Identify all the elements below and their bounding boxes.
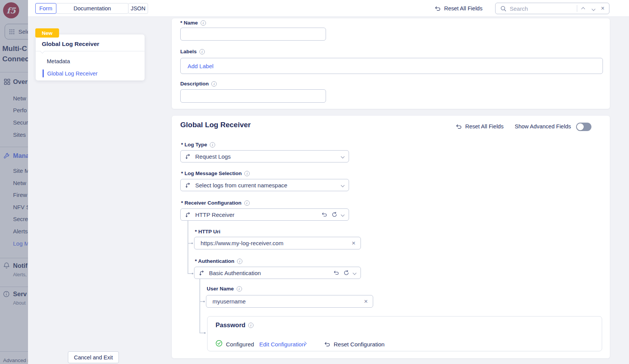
search-bar: × bbox=[495, 3, 609, 14]
info-icon[interactable] bbox=[244, 200, 250, 206]
http-uri-label-text: * HTTP Uri bbox=[195, 229, 221, 234]
tree-connector-dot bbox=[203, 301, 205, 302]
name-input[interactable] bbox=[180, 28, 326, 41]
reset-configuration-button[interactable]: Reset Configuration bbox=[324, 341, 385, 348]
password-label: Password bbox=[216, 321, 254, 329]
clear-field-icon[interactable]: × bbox=[364, 298, 368, 305]
show-advanced-fields-label: Show Advanced Fields bbox=[515, 123, 571, 130]
chevron-down-icon bbox=[341, 154, 345, 158]
labels-field-label: Labels bbox=[180, 49, 205, 54]
wizard-step-global-log-receiver[interactable]: Global Log Receiver bbox=[47, 71, 97, 77]
tree-connector-dot bbox=[191, 243, 193, 244]
wizard-title: Global Log Receiver bbox=[42, 41, 99, 48]
branch-select-icon bbox=[185, 154, 191, 159]
tree-connector-line bbox=[199, 279, 200, 333]
clear-field-icon[interactable]: × bbox=[352, 240, 356, 246]
undo-icon[interactable] bbox=[333, 270, 339, 275]
tab-json[interactable]: JSON bbox=[128, 3, 148, 14]
cancel-and-exit-label: Cancel and Exit bbox=[74, 354, 113, 361]
log-type-label: * Log Type bbox=[181, 142, 215, 148]
log-message-selection-select[interactable]: Select logs from current namespace bbox=[180, 179, 349, 191]
branch-select-icon bbox=[185, 182, 191, 188]
reset-all-fields-label: Reset All Fields bbox=[444, 5, 482, 11]
log-message-selection-label: * Log Message Selection bbox=[181, 171, 250, 176]
receiver-configuration-select[interactable]: HTTP Receiver bbox=[180, 208, 349, 221]
info-icon[interactable] bbox=[237, 259, 242, 264]
info-icon[interactable] bbox=[237, 286, 242, 292]
configured-check-icon bbox=[216, 340, 222, 347]
search-prev-button[interactable] bbox=[577, 5, 588, 12]
tree-connector-line bbox=[188, 221, 188, 274]
reset-configuration-label: Reset Configuration bbox=[334, 341, 385, 348]
branch-select-icon bbox=[185, 212, 191, 218]
chevron-down-icon bbox=[341, 213, 345, 216]
description-label-text: Description bbox=[180, 81, 209, 87]
tree-connector-dot bbox=[192, 273, 193, 274]
info-icon[interactable] bbox=[201, 20, 206, 26]
refresh-icon[interactable] bbox=[344, 270, 349, 275]
cancel-and-exit-button[interactable]: Cancel and Exit bbox=[68, 351, 119, 363]
log-type-label-text: * Log Type bbox=[181, 142, 207, 148]
add-label-button[interactable]: Add Label bbox=[188, 63, 214, 69]
receiver-configuration-label: * Receiver Configuration bbox=[181, 200, 250, 206]
undo-icon[interactable] bbox=[321, 212, 328, 217]
search-input[interactable] bbox=[510, 5, 577, 12]
reset-all-fields-button-section[interactable]: Reset All Fields bbox=[456, 123, 504, 130]
log-message-selection-label-text: * Log Message Selection bbox=[181, 171, 242, 176]
refresh-icon[interactable] bbox=[332, 212, 337, 217]
undo-icon bbox=[435, 6, 441, 11]
section-title: Global Log Receiver bbox=[180, 121, 251, 129]
chevron-down-icon bbox=[341, 183, 345, 187]
labels-box: Add Label bbox=[180, 58, 603, 74]
toggle-knob bbox=[577, 123, 584, 130]
tab-json-label: JSON bbox=[131, 5, 146, 11]
http-uri-input[interactable] bbox=[194, 237, 361, 249]
search-icon bbox=[501, 6, 506, 11]
name-label-text: * Name bbox=[180, 20, 198, 26]
receiver-configuration-value: HTTP Receiver bbox=[195, 212, 317, 218]
description-field-label: Description bbox=[180, 81, 217, 87]
wizard-step-metadata[interactable]: Metadata bbox=[47, 58, 70, 64]
new-badge: New bbox=[35, 28, 59, 38]
search-next-button[interactable] bbox=[588, 5, 599, 12]
log-message-selection-value: Select logs from current namespace bbox=[195, 182, 337, 189]
tree-connector-dot bbox=[204, 332, 206, 334]
show-advanced-fields-toggle[interactable] bbox=[576, 123, 591, 131]
description-input[interactable] bbox=[180, 89, 326, 103]
section-reset-label: Reset All Fields bbox=[465, 123, 504, 130]
log-type-value: Request Logs bbox=[195, 153, 337, 160]
reset-all-fields-button-top[interactable]: Reset All Fields bbox=[435, 5, 482, 11]
authentication-select[interactable]: Basic Authentication bbox=[194, 267, 361, 279]
labels-label-text: Labels bbox=[180, 49, 197, 54]
modal-topbar: Form Documentation JSON Reset All Fields… bbox=[28, 0, 629, 17]
name-field-label: * Name bbox=[180, 20, 206, 26]
tab-documentation[interactable]: Documentation bbox=[56, 3, 128, 14]
info-icon[interactable] bbox=[211, 81, 217, 87]
authentication-label-text: * Authentication bbox=[195, 258, 234, 264]
user-name-input[interactable] bbox=[206, 295, 373, 308]
receiver-configuration-label-text: * Receiver Configuration bbox=[181, 200, 242, 206]
http-uri-label: * HTTP Uri bbox=[195, 229, 221, 234]
info-icon[interactable] bbox=[199, 49, 205, 54]
log-type-select[interactable]: Request Logs bbox=[180, 150, 349, 162]
show-advanced-text: Show Advanced Fields bbox=[515, 123, 571, 130]
password-label-text: Password bbox=[216, 321, 245, 329]
authentication-label: * Authentication bbox=[195, 258, 242, 264]
tab-form[interactable]: Form bbox=[35, 3, 56, 14]
wizard-active-indicator bbox=[43, 69, 44, 77]
wizard-nav-divider bbox=[36, 51, 145, 51]
edit-configuration-link[interactable]: Edit Configuration bbox=[259, 341, 305, 348]
info-icon[interactable] bbox=[248, 323, 254, 328]
undo-icon bbox=[456, 124, 462, 130]
info-icon[interactable] bbox=[210, 142, 215, 148]
user-name-label: User Name bbox=[207, 286, 242, 292]
new-badge-label: New bbox=[42, 30, 53, 36]
branch-select-icon bbox=[199, 270, 205, 276]
tab-documentation-label: Documentation bbox=[74, 5, 111, 11]
info-icon[interactable] bbox=[244, 171, 250, 176]
chevron-down-icon bbox=[353, 271, 357, 275]
search-close-icon[interactable]: × bbox=[599, 5, 609, 12]
undo-icon bbox=[324, 341, 331, 347]
authentication-value: Basic Authentication bbox=[209, 270, 329, 276]
tab-form-label: Form bbox=[40, 5, 53, 11]
